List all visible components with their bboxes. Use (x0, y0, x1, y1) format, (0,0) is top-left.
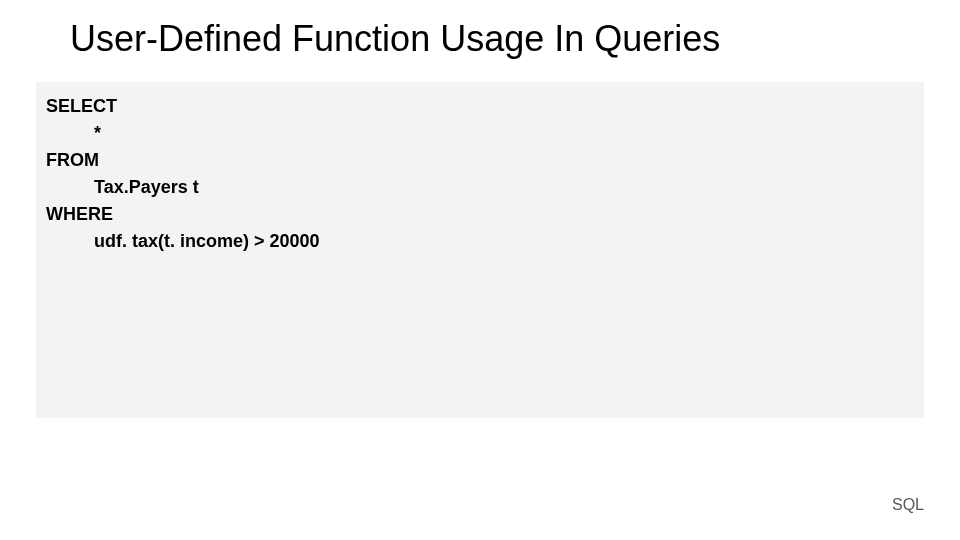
select-list: * (94, 123, 914, 144)
keyword-from: FROM (46, 150, 914, 171)
sql-code-block: SELECT * FROM Tax.Payers t WHERE udf. ta… (36, 82, 924, 418)
keyword-where: WHERE (46, 204, 914, 225)
page-title: User-Defined Function Usage In Queries (70, 18, 720, 60)
from-table: Tax.Payers t (94, 177, 914, 198)
slide: User-Defined Function Usage In Queries S… (0, 0, 960, 540)
where-condition: udf. tax(t. income) > 20000 (94, 231, 914, 252)
language-badge: SQL (892, 496, 924, 514)
keyword-select: SELECT (46, 96, 914, 117)
